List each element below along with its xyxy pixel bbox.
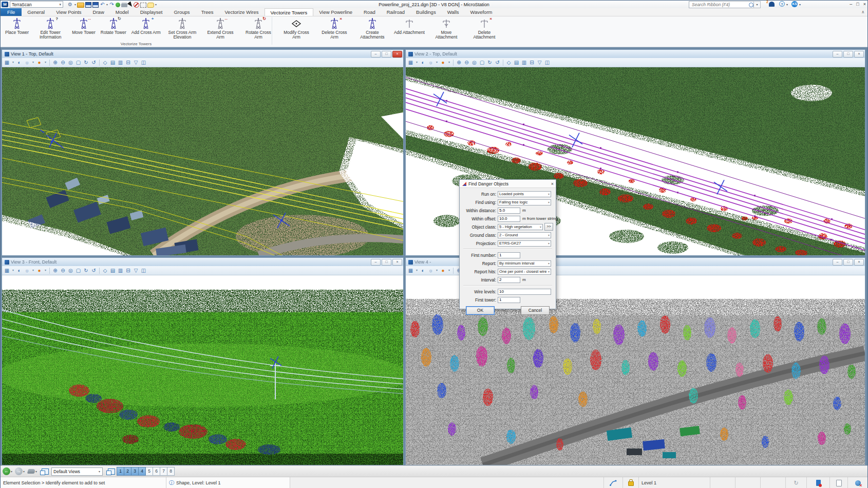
view-display-style-icon[interactable]: ▦ [407,59,414,66]
zoom-out-icon[interactable]: ⊖ [463,59,470,66]
move-tower-button[interactable]: ↔Move Tower [69,17,98,35]
fit-view-icon[interactable]: ▢ [479,59,485,66]
pan-view-icon[interactable]: ↺ [90,267,97,274]
chevron-down-icon[interactable]: ▾ [447,267,451,274]
fence-selection-icon[interactable] [140,3,146,8]
view-toggle-8[interactable]: 8 [167,467,175,476]
create-attachments-button[interactable]: Create Attachments [353,17,391,40]
undo-icon[interactable]: ↶ [100,2,105,8]
clip-mask-icon[interactable]: ◫ [140,267,147,274]
chevron-down-icon[interactable]: ▾ [74,3,76,6]
copy-view-icon[interactable]: ⊟ [125,59,131,66]
zoom-in-icon[interactable]: ⊕ [456,59,462,66]
cancel-button[interactable]: Cancel [521,306,550,315]
clip-volume-icon[interactable]: ▽ [133,59,139,66]
window-area-icon[interactable]: ◎ [67,267,74,274]
tab-view-powerline[interactable]: View Powerline [313,8,358,16]
search-input[interactable] [691,2,749,8]
help-icon[interactable]: ? [779,1,785,7]
chevron-down-icon[interactable]: ▾ [35,470,37,473]
wire-levels-field[interactable] [498,289,551,295]
window-area-icon[interactable]: ◎ [67,59,74,66]
view-maximize-button[interactable]: □ [382,259,391,266]
view1-toolbar[interactable]: ▦▾ ◐ ☼▾ ●▾ ⊕ ⊖ ◎ ▢ ↻ ↺ ◇ ▤ ▥ ⊟ ▽ ◫ [2,58,403,67]
view2-toolbar[interactable]: ▦▾ ◐ ☼▾ ●▾ ⊕ ⊖ ◎ ▢ ↻ ↺ ◇ ▤ ▥ ⊟ ▽ ◫ [406,58,865,67]
chevron-down-icon[interactable]: ▾ [31,267,35,274]
rotate-view-icon[interactable]: ↻ [486,59,493,66]
zoom-in-icon[interactable]: ⊕ [52,59,59,66]
view-close-button[interactable]: × [854,51,864,58]
delete-attachment-button[interactable]: ×Delete Attachment [465,17,503,40]
object-class-select[interactable]: 5 - High vegetation▾ [498,224,543,230]
minimize-button[interactable]: – [850,1,852,8]
view-maximize-button[interactable]: □ [382,51,391,58]
first-tower-field[interactable] [498,297,520,303]
view-display-style-icon[interactable]: ▦ [4,267,10,274]
chevron-down-icon[interactable]: ▾ [11,470,12,473]
chevron-down-icon[interactable]: ▾ [44,267,47,274]
fit-view-icon[interactable]: ▢ [75,59,82,66]
save-icon[interactable] [85,2,91,8]
notifications-bell-icon[interactable]: 2 [769,2,775,7]
forward-button[interactable]: → [15,467,23,475]
copy-view-icon[interactable]: ⊟ [125,267,131,274]
view-group-select[interactable]: Default Views ▾ [51,467,103,476]
view1-point-cloud[interactable] [2,67,403,255]
view3-title-bar[interactable]: View 3 - Front, Default – □ × [2,258,403,266]
dialog-title-bar[interactable]: Find Danger Objects × [460,180,556,188]
markups-cell[interactable] [807,477,830,488]
tab-model[interactable]: Model [110,8,135,16]
tab-displayset[interactable]: Displayset [135,8,168,16]
view-attributes-icon[interactable]: ◐ [16,59,23,66]
adjust-view-brightness-icon[interactable]: ☼ [427,59,434,66]
tab-general[interactable]: General [22,8,50,16]
tab-groups[interactable]: Groups [168,8,195,16]
view-maximize-button[interactable]: □ [843,259,853,266]
view2-title-bar[interactable]: View 2 - Top, Default – □ × [406,50,865,58]
geolocation-icon[interactable]: ● [36,267,43,274]
copy-view-icon[interactable]: ⊟ [529,59,535,66]
ground-class-select[interactable]: 2 - Ground▾ [498,232,551,238]
zoom-in-icon[interactable]: ⊕ [52,267,59,274]
first-number-field[interactable] [498,252,520,258]
adjust-view-brightness-icon[interactable]: ☼ [24,267,30,274]
chevron-down-icon[interactable]: ▾ [799,3,801,6]
view-next-icon[interactable]: ▥ [521,59,527,66]
back-button[interactable]: ← [3,467,10,475]
connection-cell[interactable] [848,477,867,488]
tab-vectorize-towers[interactable]: Vectorize Towers [265,8,314,16]
view1-title-bar[interactable]: View 1 - Top, Default – □ × [2,50,403,58]
open-file-icon[interactable] [77,3,84,8]
chevron-down-icon[interactable]: ▾ [44,59,47,66]
view-previous-icon[interactable]: ▤ [109,267,116,274]
active-level-cell[interactable]: Level 1 [639,477,710,488]
tab-railroad[interactable]: Railroad [381,8,410,16]
view-minimize-button[interactable]: – [833,259,842,266]
tab-trees[interactable]: Trees [196,8,219,16]
ok-button[interactable]: OK [466,306,495,315]
chevron-down-icon[interactable]: ▾ [447,59,451,66]
clip-mask-icon[interactable]: ◫ [544,59,551,66]
geolocation-icon[interactable]: ● [36,59,43,66]
sync-cell[interactable]: ↻ [786,477,807,488]
chevron-down-icon[interactable]: ▾ [31,59,35,66]
set-cross-arm-elevation-button[interactable]: Set Cross Arm Elevation [163,17,201,40]
zoom-out-icon[interactable]: ⊖ [60,267,66,274]
chevron-down-icon[interactable]: ▾ [415,59,419,66]
projection-select[interactable]: ETRS-GK27▾ [498,240,551,247]
view-toggles-icon[interactable] [108,468,115,475]
more-classes-button[interactable]: >> [544,223,553,231]
clip-volume-icon[interactable]: ▽ [536,59,543,66]
view3-toolbar[interactable]: ▦▾ ◐ ☼▾ ●▾ ⊕ ⊖ ◎ ▢ ↻ ↺ ◇ ▤ ▥ ⊟ ▽ ◫ [2,266,403,275]
adjust-view-brightness-icon[interactable]: ☼ [427,267,434,274]
restore-button[interactable]: □ [856,1,859,8]
rotate-view-icon[interactable]: ↻ [83,59,89,66]
search-icon[interactable] [749,3,753,7]
view-toggle-4[interactable]: 4 [139,467,146,476]
walk-icon[interactable]: ◇ [102,59,108,66]
run-on-select[interactable]: Loaded points▾ [498,191,551,197]
walk-icon[interactable]: ◇ [505,59,512,66]
chevron-down-icon[interactable]: ▾ [155,3,157,6]
walk-icon[interactable]: ◇ [102,267,108,274]
chevron-down-icon[interactable]: ▾ [435,59,439,66]
